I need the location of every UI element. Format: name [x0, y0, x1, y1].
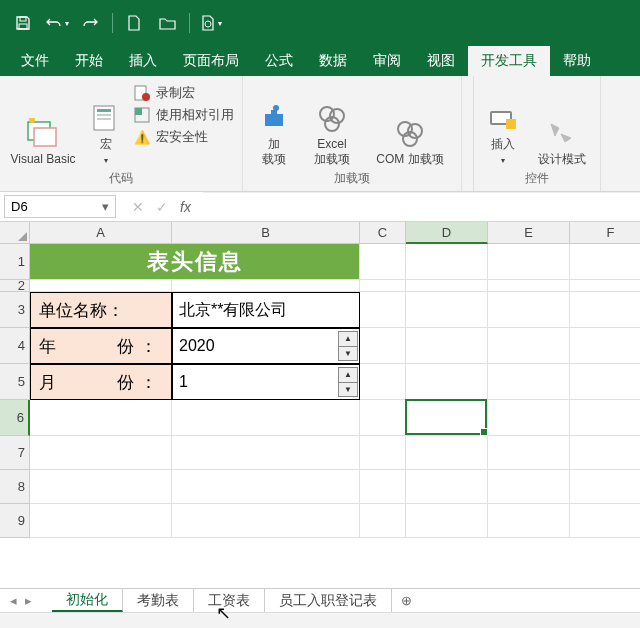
excel-addins-button[interactable]: Excel 加载项: [305, 80, 359, 166]
cell[interactable]: [488, 244, 570, 280]
ribbon-tab[interactable]: 审阅: [360, 46, 414, 76]
macros-button[interactable]: 宏▾: [86, 80, 126, 166]
cell[interactable]: [488, 470, 570, 504]
macro-security-button[interactable]: ⚠️宏安全性: [134, 128, 234, 146]
cell[interactable]: [406, 280, 488, 292]
cell[interactable]: [30, 436, 172, 470]
cell[interactable]: 年份：: [30, 328, 172, 364]
cell[interactable]: [360, 280, 406, 292]
name-box[interactable]: D6▾: [4, 195, 116, 218]
cell[interactable]: [30, 400, 172, 436]
row-header[interactable]: 5: [0, 364, 30, 400]
ribbon-tab[interactable]: 页面布局: [170, 46, 252, 76]
cell[interactable]: [406, 400, 488, 436]
column-header[interactable]: A: [30, 222, 172, 244]
ribbon-tab[interactable]: 帮助: [550, 46, 604, 76]
open-file-icon[interactable]: [151, 3, 185, 43]
cell[interactable]: [406, 436, 488, 470]
ribbon-tab[interactable]: 开发工具: [468, 46, 550, 76]
spinner-down-icon[interactable]: ▼: [339, 347, 357, 361]
ribbon-tab[interactable]: 数据: [306, 46, 360, 76]
undo-icon[interactable]: ▾: [40, 3, 74, 43]
cell[interactable]: [406, 328, 488, 364]
horizontal-scrollbar[interactable]: [0, 612, 640, 628]
cell[interactable]: [172, 470, 360, 504]
spinner-up-icon[interactable]: ▲: [339, 368, 357, 383]
cell[interactable]: [488, 504, 570, 538]
worksheet-grid[interactable]: ABCDEF 123456789 表头信息单位名称：北京**有限公司年份：202…: [0, 222, 640, 574]
sheet-tab[interactable]: 初始化: [52, 589, 123, 612]
cell[interactable]: [406, 364, 488, 400]
cell[interactable]: [570, 504, 640, 538]
column-header[interactable]: B: [172, 222, 360, 244]
sheet-nav-first-icon[interactable]: ◂: [10, 593, 17, 608]
row-header[interactable]: 9: [0, 504, 30, 538]
cell[interactable]: [30, 470, 172, 504]
cell[interactable]: [30, 280, 172, 292]
spinner-control[interactable]: ▲▼: [338, 331, 358, 361]
cell[interactable]: [360, 364, 406, 400]
cell[interactable]: [488, 400, 570, 436]
ribbon-tab[interactable]: 文件: [8, 46, 62, 76]
formula-input[interactable]: [203, 192, 640, 221]
ribbon-tab[interactable]: 视图: [414, 46, 468, 76]
cell[interactable]: [406, 504, 488, 538]
sheet-nav-last-icon[interactable]: ▸: [25, 593, 32, 608]
cell[interactable]: [488, 280, 570, 292]
cell[interactable]: [172, 280, 360, 292]
cell[interactable]: [488, 364, 570, 400]
cell[interactable]: [360, 328, 406, 364]
fx-icon[interactable]: fx: [180, 199, 191, 215]
ribbon-tab[interactable]: 开始: [62, 46, 116, 76]
cell[interactable]: [360, 292, 406, 328]
cell[interactable]: [172, 400, 360, 436]
cell[interactable]: [406, 292, 488, 328]
print-preview-icon[interactable]: ▾: [194, 3, 228, 43]
cell[interactable]: 北京**有限公司: [172, 292, 360, 328]
row-header[interactable]: 7: [0, 436, 30, 470]
sheet-tab[interactable]: 工资表: [194, 589, 265, 612]
spinner-control[interactable]: ▲▼: [338, 367, 358, 397]
sheet-tab[interactable]: 员工入职登记表: [265, 589, 392, 612]
new-file-icon[interactable]: [117, 3, 151, 43]
spinner-down-icon[interactable]: ▼: [339, 383, 357, 397]
cell[interactable]: [570, 400, 640, 436]
cell[interactable]: [360, 504, 406, 538]
cell[interactable]: 1: [172, 364, 360, 400]
cell[interactable]: [570, 364, 640, 400]
cell[interactable]: [570, 280, 640, 292]
row-header[interactable]: 3: [0, 292, 30, 328]
redo-icon[interactable]: [74, 3, 108, 43]
spinner-up-icon[interactable]: ▲: [339, 332, 357, 347]
cell[interactable]: [360, 400, 406, 436]
cell[interactable]: [570, 470, 640, 504]
addins-button[interactable]: 加 载项: [251, 80, 297, 166]
cell[interactable]: [360, 470, 406, 504]
cell[interactable]: [172, 436, 360, 470]
column-header[interactable]: C: [360, 222, 406, 244]
cell[interactable]: [570, 292, 640, 328]
column-header[interactable]: D: [406, 222, 488, 244]
row-header[interactable]: 6: [0, 400, 30, 436]
cell[interactable]: [570, 244, 640, 280]
cell[interactable]: [406, 244, 488, 280]
column-header[interactable]: F: [570, 222, 640, 244]
save-icon[interactable]: [6, 3, 40, 43]
cell[interactable]: [488, 436, 570, 470]
cell[interactable]: [570, 436, 640, 470]
cell[interactable]: [488, 292, 570, 328]
cell[interactable]: [30, 504, 172, 538]
new-sheet-button[interactable]: ⊕: [392, 593, 420, 608]
cell[interactable]: [172, 504, 360, 538]
select-all-triangle[interactable]: [0, 222, 30, 244]
design-mode-button[interactable]: 设计模式: [532, 80, 592, 166]
ribbon-tab[interactable]: 插入: [116, 46, 170, 76]
cell[interactable]: 月份：: [30, 364, 172, 400]
cell[interactable]: [360, 436, 406, 470]
cell[interactable]: 单位名称：: [30, 292, 172, 328]
relative-ref-button[interactable]: 使用相对引用: [134, 106, 234, 124]
record-macro-button[interactable]: 录制宏: [134, 84, 234, 102]
ribbon-tab[interactable]: 公式: [252, 46, 306, 76]
column-header[interactable]: E: [488, 222, 570, 244]
cell[interactable]: [570, 328, 640, 364]
